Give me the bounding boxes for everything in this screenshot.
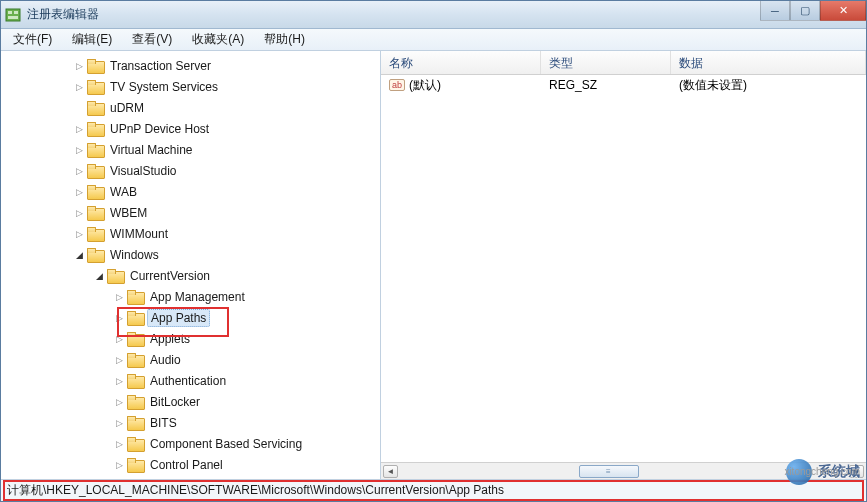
folder-icon: [127, 332, 143, 346]
folder-icon: [127, 311, 143, 325]
folder-icon: [87, 101, 103, 115]
tree-item[interactable]: ▷WBEM: [1, 202, 380, 223]
value-type: REG_SZ: [541, 76, 671, 94]
folder-icon: [127, 290, 143, 304]
tree-item[interactable]: ▷BITS: [1, 412, 380, 433]
regedit-icon: [5, 7, 21, 23]
tree-item-label: TV System Services: [107, 79, 221, 95]
status-path: 计算机\HKEY_LOCAL_MACHINE\SOFTWARE\Microsof…: [7, 482, 504, 499]
col-data[interactable]: 数据: [671, 51, 866, 74]
menu-edit[interactable]: 编辑(E): [64, 29, 120, 50]
values-body[interactable]: ab (默认) REG_SZ (数值未设置): [381, 75, 866, 462]
expand-icon[interactable]: ▷: [113, 291, 125, 303]
scroll-left-button[interactable]: ◄: [383, 465, 398, 478]
value-name-cell: ab (默认): [381, 75, 541, 96]
tree-item-label: VisualStudio: [107, 163, 180, 179]
tree-pane[interactable]: ▷Transaction Server▷TV System Services▷u…: [1, 51, 381, 479]
tree-item[interactable]: ▷Transaction Server: [1, 55, 380, 76]
tree-item[interactable]: ▷Applets: [1, 328, 380, 349]
tree-item[interactable]: ▷Virtual Machine: [1, 139, 380, 160]
expand-icon[interactable]: ▷: [73, 186, 85, 198]
folder-icon: [87, 122, 103, 136]
folder-icon: [127, 374, 143, 388]
tree-item[interactable]: ▷App Management: [1, 286, 380, 307]
svg-rect-2: [14, 11, 18, 14]
folder-icon: [127, 437, 143, 451]
tree-item[interactable]: ▷WIMMount: [1, 223, 380, 244]
menu-help[interactable]: 帮助(H): [256, 29, 313, 50]
svg-rect-3: [8, 16, 18, 19]
expand-icon[interactable]: ▷: [113, 417, 125, 429]
folder-icon: [87, 227, 103, 241]
value-row[interactable]: ab (默认) REG_SZ (数值未设置): [381, 75, 866, 95]
expand-icon[interactable]: ▷: [113, 375, 125, 387]
folder-icon: [87, 206, 103, 220]
expand-icon[interactable]: ▷: [113, 333, 125, 345]
regedit-window: 注册表编辑器 ─ ▢ ✕ 文件(F) 编辑(E) 查看(V) 收藏夹(A) 帮助…: [0, 0, 867, 502]
registry-tree: ▷Transaction Server▷TV System Services▷u…: [1, 51, 380, 479]
window-buttons: ─ ▢ ✕: [760, 1, 866, 21]
collapse-icon[interactable]: ◢: [73, 249, 85, 261]
menu-view[interactable]: 查看(V): [124, 29, 180, 50]
expand-icon[interactable]: ▷: [73, 60, 85, 72]
folder-icon: [107, 269, 123, 283]
col-name[interactable]: 名称: [381, 51, 541, 74]
values-pane: 名称 类型 数据 ab (默认) REG_SZ (数值未设置) ◄ ≡: [381, 51, 866, 479]
tree-item[interactable]: ▷App Paths: [1, 307, 380, 328]
tree-item[interactable]: ▷Audio: [1, 349, 380, 370]
tree-item-label: BITS: [147, 415, 180, 431]
tree-item-label: Component Based Servicing: [147, 436, 305, 452]
minimize-button[interactable]: ─: [760, 1, 790, 21]
folder-icon: [87, 185, 103, 199]
tree-item[interactable]: ▷Component Based Servicing: [1, 433, 380, 454]
expand-icon[interactable]: ▷: [113, 354, 125, 366]
expand-icon[interactable]: ▷: [73, 228, 85, 240]
expand-icon[interactable]: ▷: [73, 123, 85, 135]
expand-icon[interactable]: ▷: [73, 165, 85, 177]
tree-item[interactable]: ▷UPnP Device Host: [1, 118, 380, 139]
tree-item-label: uDRM: [107, 100, 147, 116]
titlebar[interactable]: 注册表编辑器 ─ ▢ ✕: [1, 1, 866, 29]
tree-item[interactable]: ◢Windows: [1, 244, 380, 265]
scroll-thumb[interactable]: ≡: [579, 465, 639, 478]
expand-icon[interactable]: ▷: [113, 438, 125, 450]
tree-item[interactable]: ▷Control Panel: [1, 454, 380, 475]
expand-icon[interactable]: ▷: [113, 312, 125, 324]
tree-item[interactable]: ▷TV System Services: [1, 76, 380, 97]
tree-item-label: Audio: [147, 352, 184, 368]
window-title: 注册表编辑器: [27, 6, 862, 23]
tree-item-label: App Management: [147, 289, 248, 305]
scroll-track[interactable]: ≡: [400, 465, 847, 478]
svg-rect-1: [8, 11, 12, 14]
expand-icon[interactable]: ▷: [73, 81, 85, 93]
tree-item[interactable]: ◢CurrentVersion: [1, 265, 380, 286]
content-area: ▷Transaction Server▷TV System Services▷u…: [1, 51, 866, 479]
tree-item-label: Transaction Server: [107, 58, 214, 74]
tree-item-label: WAB: [107, 184, 140, 200]
string-value-icon: ab: [389, 79, 405, 91]
svg-rect-0: [6, 9, 20, 21]
value-name: (默认): [409, 77, 441, 94]
watermark-url: xitongcheng.com: [784, 466, 860, 477]
expand-icon[interactable]: ▷: [73, 144, 85, 156]
close-button[interactable]: ✕: [820, 1, 866, 21]
col-type[interactable]: 类型: [541, 51, 671, 74]
tree-item[interactable]: ▷BitLocker: [1, 391, 380, 412]
menu-favorites[interactable]: 收藏夹(A): [184, 29, 252, 50]
tree-item-label: BitLocker: [147, 394, 203, 410]
collapse-icon[interactable]: ◢: [93, 270, 105, 282]
tree-item[interactable]: ▷uDRM: [1, 97, 380, 118]
folder-icon: [87, 164, 103, 178]
tree-item[interactable]: ▷Authentication: [1, 370, 380, 391]
expand-icon[interactable]: ▷: [113, 459, 125, 471]
folder-icon: [127, 395, 143, 409]
menu-file[interactable]: 文件(F): [5, 29, 60, 50]
tree-item-label: App Paths: [147, 309, 210, 327]
expand-icon[interactable]: ▷: [73, 207, 85, 219]
tree-item[interactable]: ▷WAB: [1, 181, 380, 202]
tree-item-label: Virtual Machine: [107, 142, 196, 158]
tree-item[interactable]: ▷VisualStudio: [1, 160, 380, 181]
expand-icon[interactable]: ▷: [113, 396, 125, 408]
maximize-button[interactable]: ▢: [790, 1, 820, 21]
folder-icon: [127, 458, 143, 472]
